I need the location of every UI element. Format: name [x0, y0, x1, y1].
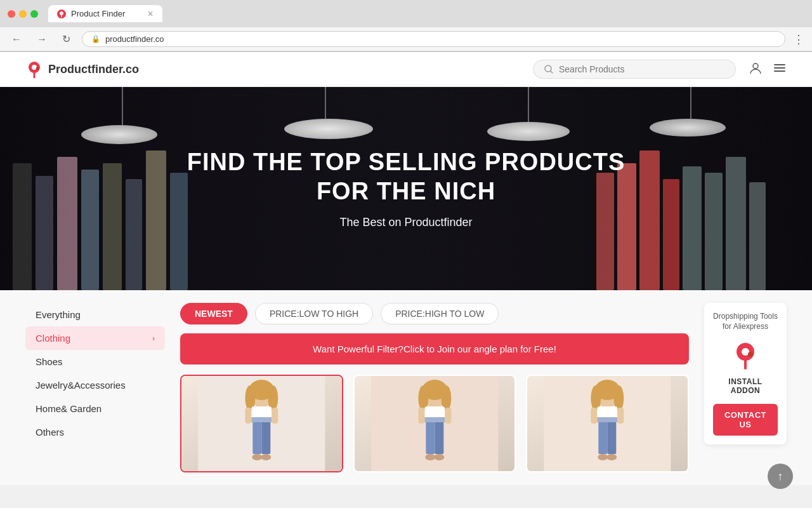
svg-rect-30: [424, 417, 445, 422]
product-card-2[interactable]: [353, 375, 516, 472]
svg-rect-17: [251, 417, 272, 422]
logo-text: Productfinder.co: [48, 63, 139, 76]
site-header: Productfinder.co: [0, 52, 812, 87]
sidebar-item-home-garden[interactable]: Home& Garden: [25, 397, 165, 420]
hero-section: FIND THE TOP SELLING PRODUCTS FOR THE NI…: [0, 87, 812, 290]
svg-point-47: [607, 454, 617, 460]
svg-rect-43: [598, 417, 618, 422]
product-image-3: [527, 376, 688, 471]
browser-chrome: Product Finder ✕ ← → ↻ 🔒 productfinder.c…: [0, 0, 812, 52]
filter-price-high-low-button[interactable]: PRICE:HIGH TO LOW: [381, 303, 499, 324]
addon-logo-icon: [730, 339, 761, 370]
sidebar-item-clothing[interactable]: Clothing ›: [25, 326, 165, 350]
product-svg-3: [527, 376, 688, 471]
products-grid: [180, 375, 689, 472]
product-svg-1: [181, 376, 342, 471]
back-button[interactable]: ←: [8, 32, 25, 46]
addon-title: Dropshipping Tools for Aliexpress: [713, 312, 778, 331]
page: Productfinder.co: [0, 52, 812, 485]
filter-newest-button[interactable]: NEWEST: [180, 303, 247, 324]
logo[interactable]: Productfinder.co: [25, 60, 139, 78]
browser-tab[interactable]: Product Finder ✕: [48, 5, 162, 22]
svg-point-33: [425, 454, 435, 460]
sidebar-item-shoes[interactable]: Shoes: [25, 350, 165, 373]
svg-point-0: [60, 11, 63, 15]
svg-point-21: [261, 454, 271, 460]
svg-rect-19: [272, 408, 278, 424]
menu-icon-button[interactable]: [773, 61, 787, 78]
window-controls: [8, 10, 38, 18]
close-window-dot[interactable]: [8, 10, 15, 18]
svg-rect-16: [261, 419, 270, 454]
svg-point-34: [434, 454, 444, 460]
scroll-to-top-button[interactable]: ↑: [768, 464, 793, 485]
filter-price-low-high-button[interactable]: PRICE:LOW TO HIGH: [255, 303, 373, 324]
svg-rect-31: [418, 408, 424, 424]
addon-card: Dropshipping Tools for Aliexpress INSTAL…: [704, 303, 787, 444]
svg-point-20: [252, 454, 262, 460]
svg-rect-15: [252, 419, 261, 454]
svg-rect-32: [445, 408, 451, 424]
sidebar-item-everything[interactable]: Everything: [25, 303, 165, 326]
maximize-window-dot[interactable]: [30, 10, 38, 18]
svg-rect-45: [618, 408, 624, 424]
light-shade-2: [284, 119, 373, 139]
forward-button[interactable]: →: [33, 32, 51, 46]
sidebar-item-jewelry[interactable]: Jewelry&Accessories: [25, 373, 165, 397]
addon-sidebar: Dropshipping Tools for Aliexpress INSTAL…: [704, 303, 787, 472]
tab-title: Product Finder: [71, 9, 125, 18]
install-addon-label: INSTALL ADDON: [713, 377, 778, 395]
product-image-1: [181, 376, 342, 471]
browser-titlebar: Product Finder ✕: [0, 0, 812, 27]
user-icon: [749, 61, 763, 75]
address-bar[interactable]: 🔒 productfinder.co: [82, 31, 785, 47]
product-svg-2: [355, 376, 515, 471]
filter-bar: NEWEST PRICE:LOW TO HIGH PRICE:HIGH TO L…: [180, 303, 689, 324]
light-cord-1: [122, 87, 123, 125]
logo-pin-icon: [25, 60, 43, 78]
addon-pin-svg: [730, 339, 761, 370]
tab-favicon: [57, 10, 66, 18]
product-image-2: [355, 376, 515, 471]
main-content: Everything Clothing › Shoes Jewelry&Acce…: [0, 290, 812, 485]
svg-point-46: [598, 454, 608, 460]
svg-rect-29: [435, 419, 443, 454]
hero-title: FIND THE TOP SELLING PRODUCTS FOR THE NI…: [187, 148, 625, 206]
light-cord-2: [325, 87, 326, 119]
search-icon: [544, 64, 554, 74]
chevron-right-icon: ›: [152, 334, 155, 343]
light-cord-3: [528, 87, 529, 122]
products-area: NEWEST PRICE:LOW TO HIGH PRICE:HIGH TO L…: [180, 303, 689, 472]
svg-rect-28: [426, 419, 435, 454]
svg-rect-44: [591, 408, 598, 424]
hero-content: FIND THE TOP SELLING PRODUCTS FOR THE NI…: [187, 148, 625, 229]
promo-banner[interactable]: Want Powerful Filter?Click to Join our a…: [180, 333, 689, 364]
search-bar[interactable]: [533, 60, 736, 79]
left-clothing-rack: [0, 125, 203, 290]
svg-point-50: [748, 352, 753, 357]
tab-close-button[interactable]: ✕: [147, 10, 154, 18]
product-card-3[interactable]: [526, 375, 689, 472]
minimize-window-dot[interactable]: [19, 10, 27, 18]
svg-point-3: [36, 67, 39, 70]
header-icons: [749, 61, 787, 78]
hero-subtitle: The Best on Productfinder: [187, 216, 625, 229]
browser-menu-button[interactable]: ⋮: [793, 32, 804, 46]
hamburger-icon: [773, 61, 787, 75]
category-sidebar: Everything Clothing › Shoes Jewelry&Acce…: [25, 303, 165, 472]
svg-rect-42: [608, 419, 617, 454]
refresh-button[interactable]: ↻: [58, 32, 74, 46]
search-input[interactable]: [559, 64, 725, 74]
product-card-1[interactable]: [180, 375, 343, 472]
svg-rect-41: [599, 419, 608, 454]
url-display: productfinder.co: [105, 34, 164, 44]
lock-icon: 🔒: [91, 35, 100, 43]
user-icon-button[interactable]: [749, 61, 763, 78]
sidebar-item-others[interactable]: Others: [25, 420, 165, 444]
svg-point-5: [753, 64, 758, 69]
contact-us-button[interactable]: CONTACT US: [713, 404, 778, 436]
light-shade-3: [487, 122, 570, 141]
svg-rect-18: [245, 408, 251, 424]
arrow-up-icon: ↑: [778, 470, 783, 483]
browser-addressbar: ← → ↻ 🔒 productfinder.co ⋮: [0, 27, 812, 51]
